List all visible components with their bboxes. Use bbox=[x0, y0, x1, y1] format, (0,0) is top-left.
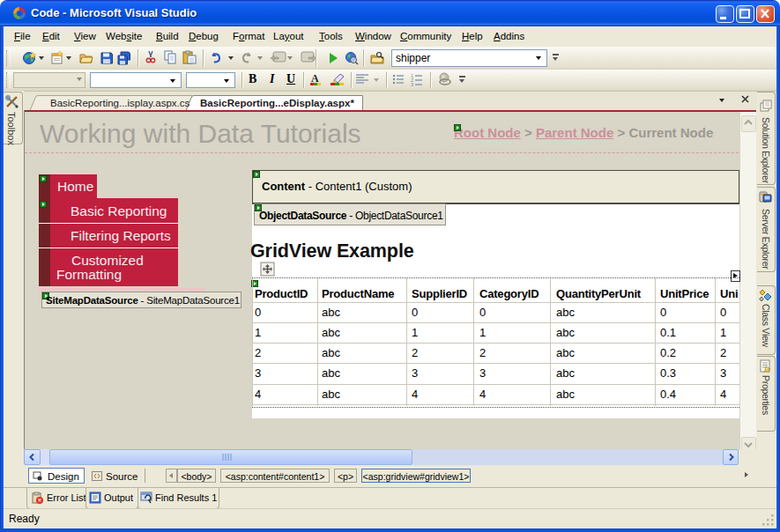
svg-text:A: A bbox=[311, 72, 319, 85]
svg-text:3: 3 bbox=[411, 82, 413, 86]
